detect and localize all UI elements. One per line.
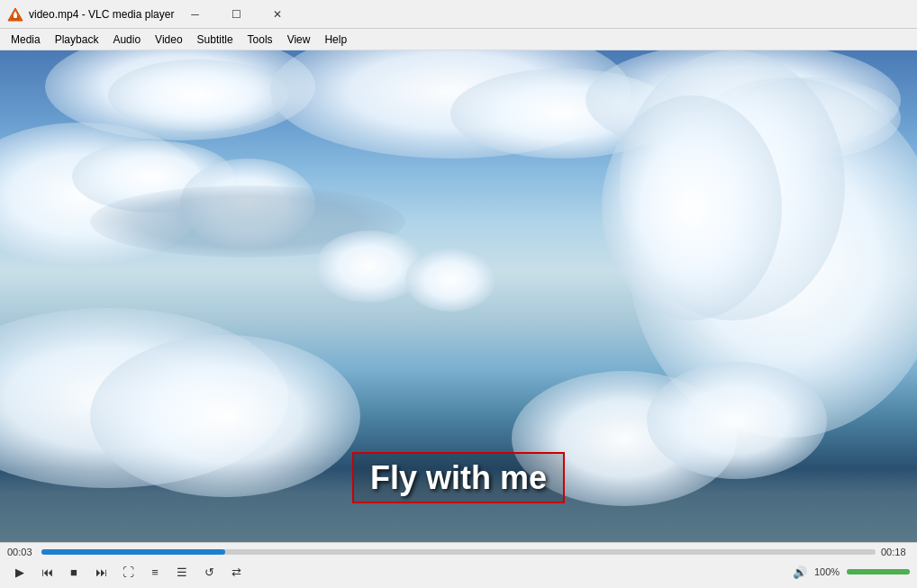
cloud-center-2 (405, 249, 495, 312)
cloud-bottom-4 (647, 362, 827, 479)
progress-fill (41, 549, 225, 555)
svg-rect-3 (14, 12, 16, 14)
fullscreen-button[interactable]: ⛶ (115, 561, 141, 583)
menu-item-playback[interactable]: Playback (48, 32, 106, 48)
cloud-2 (108, 59, 288, 131)
stop-button[interactable]: ■ (61, 561, 86, 583)
skip-forward-button[interactable]: ⏭ (88, 561, 113, 583)
menu-item-help[interactable]: Help (317, 32, 354, 48)
controls-row: ▶ ⏮ ■ ⏭ ⛶ ≡ ☰ ↺ ⇄ 🔊 100% (0, 559, 917, 588)
volume-icon[interactable]: 🔊 (789, 561, 811, 583)
playlist-button[interactable]: ☰ (169, 561, 195, 583)
video-area: Fly with me (0, 50, 917, 542)
menu-item-audio[interactable]: Audio (105, 32, 148, 48)
cloud-bottom-2 (90, 335, 360, 497)
loop-button[interactable]: ↺ (196, 561, 222, 583)
subtitle-overlay: Fly with me (352, 459, 565, 497)
vlc-logo-icon (7, 6, 23, 23)
menu-item-view[interactable]: View (280, 32, 318, 48)
close-button[interactable]: ✕ (257, 0, 298, 29)
progress-track[interactable] (41, 549, 876, 555)
menu-item-video[interactable]: Video (148, 32, 189, 48)
volume-area: 🔊 100% (789, 561, 910, 583)
menu-item-subtitle[interactable]: Subtitle (190, 32, 241, 48)
window-controls: ─ ☐ ✕ (174, 0, 298, 29)
volume-percentage: 100% (814, 566, 843, 577)
progress-row: 00:03 00:18 (0, 543, 917, 559)
maximize-button[interactable]: ☐ (215, 0, 257, 29)
play-button[interactable]: ▶ (7, 561, 32, 583)
control-bar: 00:03 00:18 ▶ ⏮ ■ ⏭ ⛶ ≡ ☰ ↺ ⇄ 🔊 100% (0, 542, 917, 588)
volume-track[interactable] (847, 569, 910, 574)
title-bar: video.mp4 - VLC media player ─ ☐ ✕ (0, 0, 917, 29)
time-total: 00:18 (881, 547, 910, 557)
minimize-button[interactable]: ─ (174, 0, 215, 29)
volume-fill (847, 569, 910, 574)
random-button[interactable]: ⇄ (223, 561, 249, 583)
window-title: video.mp4 - VLC media player (29, 8, 174, 21)
menu-item-media[interactable]: Media (4, 32, 48, 48)
time-current: 00:03 (7, 547, 36, 557)
subtitle-text: Fly with me (352, 452, 565, 503)
menu-item-tools[interactable]: Tools (241, 32, 280, 48)
cloud-center-1 (315, 231, 423, 303)
skip-back-button[interactable]: ⏮ (34, 561, 59, 583)
extended-button[interactable]: ≡ (142, 561, 168, 583)
cloud-tower-3 (602, 95, 782, 321)
menu-bar: MediaPlaybackAudioVideoSubtitleToolsView… (0, 29, 917, 50)
